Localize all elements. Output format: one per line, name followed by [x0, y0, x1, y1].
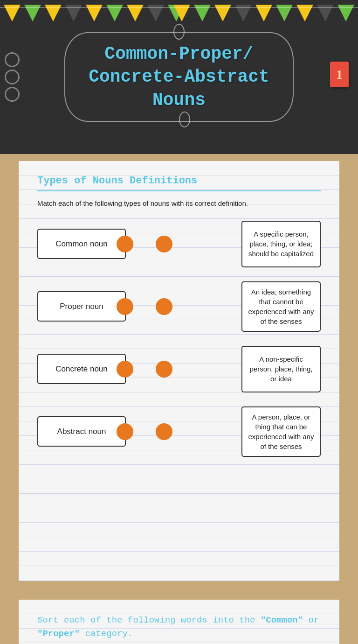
connector-dot-proper[interactable] [117, 298, 133, 315]
circle-decoration [5, 52, 20, 67]
connector-dot-concrete[interactable] [117, 361, 133, 378]
definition-text-2: An idea; something that cannot be experi… [247, 287, 315, 326]
title-frame: Common-Proper/ Concrete-Abstract Nouns [64, 32, 294, 122]
corner-decoration [5, 52, 20, 102]
page-title: Common-Proper/ Concrete-Abstract Nouns [89, 42, 269, 112]
sort-instruction: Sort each of the following words into th… [37, 614, 321, 640]
definition-box-2: An idea; something that cannot be experi… [241, 281, 321, 332]
noun-label-concrete: Concrete noun [55, 364, 108, 374]
match-row-concrete: Concrete noun A non-specific person, pla… [37, 346, 321, 392]
noun-box-concrete[interactable]: Concrete noun [37, 354, 126, 384]
sort-instruction-part3: category. [80, 629, 133, 639]
connector-common [126, 229, 241, 259]
sort-instruction-part1: Sort each of the following words into th… [37, 615, 261, 625]
connector-abstract [126, 416, 241, 447]
noun-label-abstract: Abstract noun [57, 427, 106, 436]
circle-decoration [5, 70, 20, 84]
match-row-proper: Proper noun An idea; something that cann… [37, 281, 321, 332]
definition-text-1: A specific person, place, thing, or idea… [247, 229, 315, 259]
connector-concrete [126, 354, 241, 384]
connector-dot-def1[interactable] [156, 236, 172, 252]
connector-dot-def3[interactable] [156, 361, 172, 378]
match-row-common: Common noun A specific person, place, th… [37, 221, 321, 267]
bunting-line [0, 7, 358, 8]
section1-title: Types of Nouns Definitions [37, 175, 321, 187]
ruler-badge: 1 [330, 62, 349, 87]
connector-dot-common[interactable] [117, 236, 133, 252]
definition-text-3: A non-specific person, place, thing, or … [247, 354, 315, 384]
section1-instructions: Match each of the following types of nou… [37, 198, 321, 209]
noun-label-common: Common noun [55, 239, 108, 249]
noun-box-abstract[interactable]: Abstract noun [37, 416, 126, 447]
noun-box-proper[interactable]: Proper noun [37, 291, 126, 322]
main-content-section1: Types of Nouns Definitions Match each of… [19, 161, 339, 581]
connector-dot-def2[interactable] [156, 298, 172, 315]
sort-instruction-part2: or [303, 615, 319, 625]
section-divider [37, 190, 321, 191]
cork-spacer-mid [0, 581, 358, 600]
main-content-section2: Sort each of the following words into th… [19, 600, 339, 644]
connector-dot-def4[interactable] [156, 423, 172, 440]
match-row-abstract: Abstract noun A person, place, or thing … [37, 406, 321, 457]
definition-text-4: A person, place, or thing that can be ex… [247, 412, 315, 451]
chalkboard-header: Common-Proper/ Concrete-Abstract Nouns 1 [0, 0, 358, 154]
sort-instruction-common: "Common" [261, 615, 303, 625]
definition-box-4: A person, place, or thing that can be ex… [241, 406, 321, 457]
noun-box-common[interactable]: Common noun [37, 229, 126, 259]
circle-decoration [5, 87, 20, 102]
connector-dot-abstract[interactable] [117, 423, 133, 440]
definition-box-1: A specific person, place, thing, or idea… [241, 221, 321, 267]
connector-proper [126, 291, 241, 322]
cork-spacer-top [0, 154, 358, 161]
definition-box-3: A non-specific person, place, thing, or … [241, 346, 321, 392]
sort-instruction-proper: "Proper" [37, 629, 80, 639]
noun-label-proper: Proper noun [60, 302, 103, 311]
